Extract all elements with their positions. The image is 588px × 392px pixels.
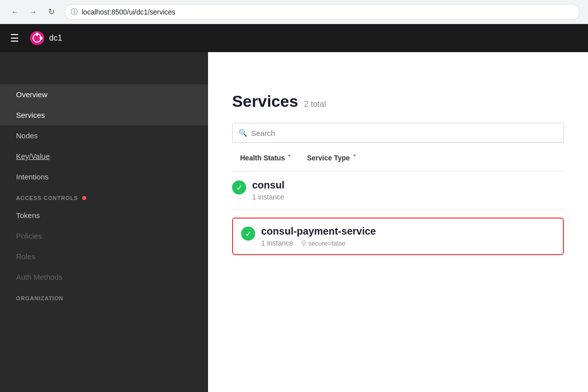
service-type-filter[interactable]: Service Type ˅ <box>299 151 363 165</box>
payment-service-name: consul-payment-service <box>261 226 376 237</box>
sidebar-item-tokens[interactable]: Tokens <box>0 205 208 226</box>
sidebar-item-auth-methods[interactable]: Auth Methods <box>0 267 208 287</box>
page-count: 2 total <box>304 100 326 109</box>
payment-service-tag: ⚲ secure=false <box>301 239 345 247</box>
health-status-label: Health Status <box>240 154 285 162</box>
forward-button[interactable]: → <box>26 5 40 19</box>
sidebar: ☰ dc1 Overview Services Nodes <box>0 24 208 392</box>
sidebar-item-policies[interactable]: Policies <box>0 226 208 246</box>
app-layout: ☰ dc1 Overview Services Nodes <box>0 24 588 392</box>
consul-health-icon: ✓ <box>232 180 246 194</box>
service-item-payment-inner: ✓ consul-payment-service 1 instance ⚲ se… <box>241 226 555 247</box>
top-nav: ☰ dc1 <box>0 24 208 52</box>
service-type-label: Service Type <box>307 154 349 162</box>
reload-button[interactable]: ↻ <box>44 5 58 19</box>
security-icon: ⓘ <box>71 8 78 17</box>
service-card-payment-highlighted: ✓ consul-payment-service 1 instance ⚲ se… <box>232 218 564 255</box>
main-content: Services 2 total 🔍 Health Status ˅ Servi… <box>208 24 588 392</box>
sidebar-item-nodes[interactable]: Nodes <box>0 125 208 146</box>
service-type-chevron-icon: ˅ <box>353 154 356 161</box>
sidebar-item-roles[interactable]: Roles <box>0 246 208 267</box>
service-item-consul-inner: ✓ consul 1 instance <box>232 179 564 201</box>
access-controls-header: ACCESS CONTROLS <box>0 187 208 205</box>
sidebar-item-intentions[interactable]: Intentions <box>0 166 208 187</box>
access-controls-status-dot <box>82 196 86 200</box>
consul-logo: dc1 <box>29 30 62 46</box>
browser-chrome: ← → ↻ ⓘ localhost:8500/ui/dc1/services <box>0 0 588 24</box>
back-button[interactable]: ← <box>8 5 22 19</box>
consul-service-info: consul 1 instance <box>252 179 284 201</box>
svg-point-2 <box>40 37 43 40</box>
svg-point-3 <box>36 33 39 36</box>
page-title: Services <box>232 92 298 111</box>
payment-service-meta: 1 instance ⚲ secure=false <box>261 239 376 247</box>
sidebar-item-key-value[interactable]: Key/Value <box>0 146 208 166</box>
service-item-payment[interactable]: ✓ consul-payment-service 1 instance ⚲ se… <box>232 210 564 263</box>
main-inner: Services 2 total 🔍 Health Status ˅ Servi… <box>208 76 588 279</box>
url-text: localhost:8500/ui/dc1/services <box>82 8 175 16</box>
consul-service-name: consul <box>252 179 284 191</box>
service-list: ✓ consul 1 instance ✓ <box>232 171 564 263</box>
page-title-row: Services 2 total <box>232 92 564 111</box>
search-bar: 🔍 <box>232 123 564 143</box>
organization-header: ORGANIZATION <box>0 287 208 305</box>
search-input[interactable] <box>251 129 557 137</box>
consul-service-meta: 1 instance <box>252 193 284 201</box>
payment-health-icon: ✓ <box>241 227 255 241</box>
consul-instance-count: 1 instance <box>252 193 284 201</box>
filter-row: Health Status ˅ Service Type ˅ <box>232 151 564 171</box>
payment-instance-count: 1 instance <box>261 239 293 247</box>
tag-icon: ⚲ <box>301 239 306 247</box>
search-icon: 🔍 <box>239 129 247 137</box>
browser-nav-buttons: ← → ↻ <box>8 5 58 19</box>
sidebar-item-services[interactable]: Services <box>0 105 208 125</box>
payment-tag-label: secure=false <box>308 240 345 247</box>
health-status-filter[interactable]: Health Status ˅ <box>232 151 299 165</box>
health-status-chevron-icon: ˅ <box>288 154 291 161</box>
datacenter-label: dc1 <box>49 34 62 43</box>
payment-service-info: consul-payment-service 1 instance ⚲ secu… <box>261 226 376 247</box>
address-bar[interactable]: ⓘ localhost:8500/ui/dc1/services <box>64 4 580 20</box>
consul-logo-icon <box>29 30 45 46</box>
sidebar-navigation: Overview Services Nodes Key/Value Intent… <box>0 76 208 313</box>
hamburger-button[interactable]: ☰ <box>8 30 21 46</box>
sidebar-item-overview[interactable]: Overview <box>0 84 208 105</box>
service-item-consul[interactable]: ✓ consul 1 instance <box>232 171 564 210</box>
